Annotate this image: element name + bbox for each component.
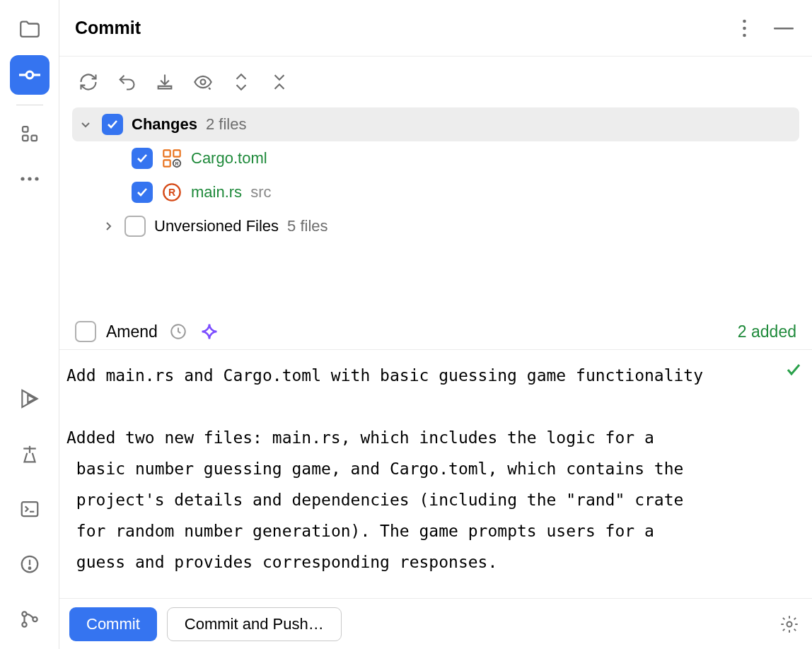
unversioned-group-count: 5 files bbox=[287, 217, 327, 235]
commit-panel: Commit bbox=[59, 0, 812, 649]
preview-diff-icon[interactable] bbox=[188, 67, 218, 97]
more-tool-icon[interactable] bbox=[10, 159, 50, 199]
commit-toolbar bbox=[59, 57, 812, 107]
vcs-tool-icon[interactable] bbox=[10, 600, 50, 639]
svg-rect-4 bbox=[23, 136, 28, 141]
file-row-cargo[interactable]: R Cargo.toml bbox=[72, 141, 799, 175]
rollback-icon[interactable] bbox=[112, 67, 141, 97]
shelve-icon[interactable] bbox=[150, 67, 180, 97]
svg-point-16 bbox=[22, 612, 26, 616]
terminal-tool-icon[interactable] bbox=[10, 489, 50, 529]
svg-point-20 bbox=[743, 26, 746, 30]
commit-button[interactable]: Commit bbox=[69, 607, 157, 641]
rust-icon: R bbox=[161, 182, 182, 203]
changes-tree: Changes 2 files R Cargo.toml R main.rs s… bbox=[59, 107, 812, 243]
file-row-main[interactable]: R main.rs src bbox=[72, 175, 799, 209]
svg-point-19 bbox=[743, 19, 746, 23]
svg-rect-5 bbox=[31, 136, 37, 141]
chevron-right-icon[interactable] bbox=[100, 218, 116, 234]
ai-generate-icon[interactable] bbox=[199, 321, 220, 342]
panel-header: Commit bbox=[59, 0, 812, 57]
svg-point-0 bbox=[26, 71, 33, 78]
svg-point-6 bbox=[21, 177, 24, 180]
changes-group-row[interactable]: Changes 2 files bbox=[72, 107, 799, 141]
added-status: 2 added bbox=[738, 322, 796, 341]
refresh-icon[interactable] bbox=[74, 67, 103, 97]
svg-rect-22 bbox=[774, 28, 794, 29]
history-icon[interactable] bbox=[168, 321, 189, 342]
panel-title: Commit bbox=[75, 18, 141, 38]
changes-group-count: 2 files bbox=[206, 115, 246, 134]
file-name: main.rs bbox=[191, 183, 242, 201]
amend-checkbox[interactable] bbox=[75, 321, 96, 342]
svg-rect-11 bbox=[21, 502, 37, 516]
svg-point-23 bbox=[201, 80, 206, 85]
project-tool-icon[interactable] bbox=[10, 10, 50, 49]
unversioned-group-row[interactable]: Unversioned Files 5 files bbox=[72, 209, 799, 243]
file-name: Cargo.toml bbox=[191, 149, 267, 168]
commit-message-area: Add main.rs and Cargo.toml with basic gu… bbox=[59, 349, 812, 598]
cargo-icon: R bbox=[161, 148, 182, 169]
commit-tool-icon[interactable] bbox=[10, 55, 50, 95]
svg-rect-24 bbox=[163, 150, 170, 156]
changes-group-checkbox[interactable] bbox=[102, 114, 123, 135]
changes-group-label: Changes bbox=[132, 115, 197, 134]
svg-point-21 bbox=[743, 33, 746, 37]
svg-point-7 bbox=[28, 177, 31, 180]
file-path: src bbox=[250, 183, 271, 201]
unversioned-group-checkbox[interactable] bbox=[124, 216, 146, 237]
svg-point-17 bbox=[22, 622, 26, 626]
build-tool-icon[interactable] bbox=[10, 434, 50, 474]
tool-sidebar bbox=[0, 0, 59, 649]
run-tool-icon[interactable] bbox=[10, 379, 50, 419]
chevron-down-icon[interactable] bbox=[78, 117, 93, 132]
svg-point-18 bbox=[33, 617, 37, 621]
svg-rect-25 bbox=[173, 150, 180, 156]
problems-tool-icon[interactable] bbox=[10, 544, 50, 584]
expand-all-icon[interactable] bbox=[226, 67, 256, 97]
panel-minimize-icon[interactable] bbox=[772, 17, 795, 40]
structure-tool-icon[interactable] bbox=[10, 114, 50, 153]
amend-label: Amend bbox=[106, 322, 158, 341]
svg-point-32 bbox=[787, 621, 792, 626]
svg-rect-26 bbox=[163, 160, 170, 166]
file-checkbox-main[interactable] bbox=[132, 182, 153, 203]
svg-rect-3 bbox=[23, 127, 28, 132]
panel-options-icon[interactable] bbox=[733, 17, 755, 40]
gear-icon[interactable] bbox=[777, 612, 802, 637]
sidebar-separator bbox=[16, 105, 43, 105]
collapse-all-icon[interactable] bbox=[265, 67, 294, 97]
svg-text:R: R bbox=[168, 187, 175, 198]
svg-point-8 bbox=[35, 177, 38, 180]
svg-point-15 bbox=[28, 567, 30, 569]
svg-marker-10 bbox=[28, 395, 35, 403]
commit-message-input[interactable]: Add main.rs and Cargo.toml with basic gu… bbox=[66, 360, 796, 578]
svg-text:R: R bbox=[175, 161, 178, 166]
check-icon bbox=[785, 361, 802, 378]
commit-footer: Commit Commit and Push… bbox=[59, 598, 812, 649]
commit-and-push-button[interactable]: Commit and Push… bbox=[167, 607, 342, 641]
amend-bar: Amend 2 added bbox=[59, 314, 812, 349]
file-checkbox-cargo[interactable] bbox=[132, 148, 153, 169]
unversioned-group-label: Unversioned Files bbox=[154, 217, 279, 235]
